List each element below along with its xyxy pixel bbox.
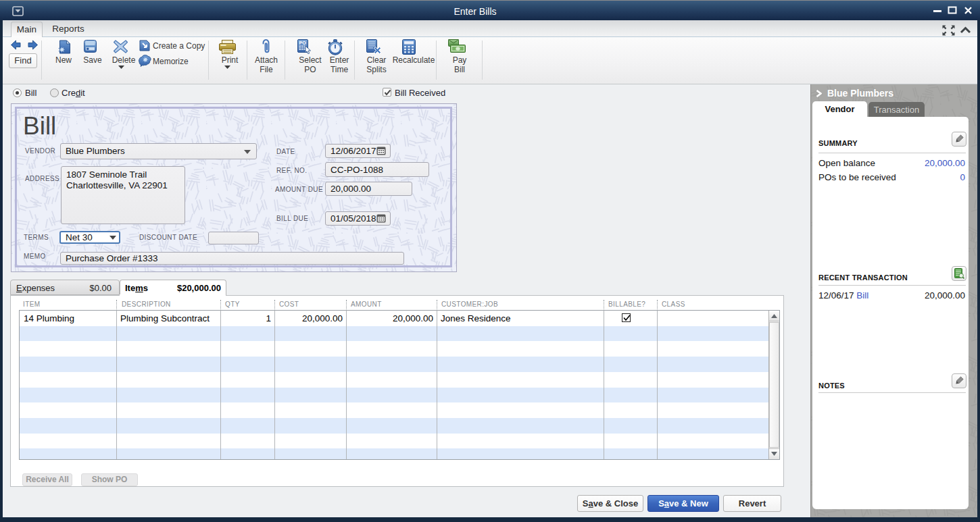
svg-text:PO: PO	[299, 41, 307, 45]
